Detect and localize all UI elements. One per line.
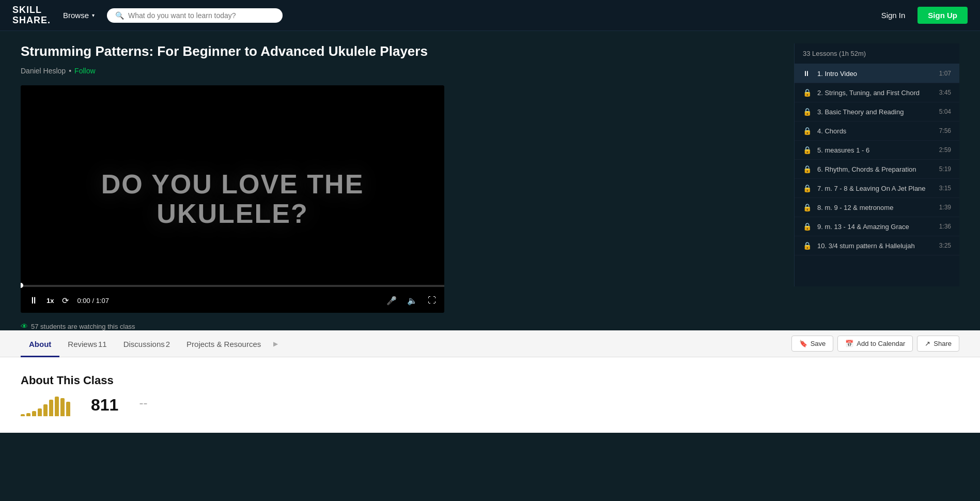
play-pause-button[interactable]: ⏸ <box>27 293 40 308</box>
stat-number: 811 <box>91 396 118 415</box>
tab-label: Discussions <box>123 340 165 348</box>
lesson-title: 7. m. 7 - 8 & Leaving On A Jet Plane <box>817 185 934 192</box>
lesson-duration: 2:59 <box>939 146 951 154</box>
time-display: 0:00 / 1:07 <box>77 297 108 305</box>
instructor-line: Daniel Heslop • Follow <box>21 67 784 75</box>
lesson-item[interactable]: ⏸ 1. Intro Video 1:07 <box>795 64 959 83</box>
course-area: Strumming Patterns: For Beginner to Adva… <box>0 43 980 330</box>
separator: • <box>69 67 71 75</box>
lesson-duration: 3:45 <box>939 89 951 96</box>
watcher-count: 57 students are watching this class <box>31 323 135 330</box>
lesson-title: 5. measures 1 - 6 <box>817 146 934 154</box>
tabs-actions: 🔖 Save 📅 Add to Calendar ↗ Share <box>791 336 959 357</box>
lesson-item[interactable]: 🔒 3. Basic Theory and Reading 5:04 <box>795 102 959 122</box>
chart-bar <box>21 414 25 416</box>
follow-link[interactable]: Follow <box>74 67 95 75</box>
search-input[interactable] <box>128 11 274 20</box>
progress-thumb <box>21 283 23 288</box>
chart-bar <box>43 404 48 416</box>
add-to-calendar-label: Add to Calendar <box>857 340 905 347</box>
lesson-title: 8. m. 9 - 12 & metronome <box>817 204 934 211</box>
video-player: DO YOU LOVE THE UKULELE? ⏸ 1x ⟳ 0:00 <box>21 85 444 313</box>
pause-icon: ⏸ <box>803 69 812 78</box>
tab-reviews[interactable]: Reviews 11 <box>59 330 115 357</box>
tab-badge: 2 <box>166 340 170 348</box>
rewind-button[interactable]: ⟳ <box>60 294 71 308</box>
lesson-item[interactable]: 🔒 5. measures 1 - 6 2:59 <box>795 141 959 160</box>
lesson-item[interactable]: 🔒 9. m. 13 - 14 & Amazing Grace 1:36 <box>795 217 959 236</box>
chart-bar <box>32 411 36 416</box>
stat-dashes: -- <box>139 396 147 410</box>
instructor-name: Daniel Heslop <box>21 67 66 75</box>
lock-icon: 🔒 <box>803 146 812 154</box>
site-logo: SKILL SHARE. <box>12 5 51 26</box>
stats-row: 811 -- <box>21 396 959 416</box>
chart-bar <box>66 402 70 416</box>
lesson-title: 3. Basic Theory and Reading <box>817 108 934 116</box>
course-title: Strumming Patterns: For Beginner to Adva… <box>21 43 784 59</box>
lesson-duration: 1:36 <box>939 223 951 230</box>
lesson-title: 9. m. 13 - 14 & Amazing Grace <box>817 223 934 231</box>
watcher-line: 👁 57 students are watching this class <box>21 322 784 330</box>
tabs-scroll-arrow[interactable]: ▶ <box>269 340 282 347</box>
tab-projects---resources[interactable]: Projects & Resources <box>178 330 269 357</box>
lesson-duration: 7:56 <box>939 127 951 134</box>
browse-button[interactable]: Browse ▾ <box>63 11 95 20</box>
search-icon: 🔍 <box>115 11 124 20</box>
share-button[interactable]: ↗ Share <box>917 336 959 352</box>
chart-bars <box>21 396 70 416</box>
lesson-item[interactable]: 🔒 2. Strings, Tuning, and First Chord 3:… <box>795 83 959 102</box>
save-label: Save <box>811 340 826 347</box>
video-screen[interactable]: DO YOU LOVE THE UKULELE? <box>21 85 444 313</box>
left-column: Strumming Patterns: For Beginner to Adva… <box>21 43 784 330</box>
site-header: SKILL SHARE. Browse ▾ 🔍 Sign In Sign Up <box>0 0 980 31</box>
lesson-duration: 1:39 <box>939 204 951 211</box>
playback-speed-button[interactable]: 1x <box>46 297 54 305</box>
lesson-title: 1. Intro Video <box>817 70 934 78</box>
eye-icon: 👁 <box>21 322 28 330</box>
microphone-button[interactable]: 🎤 <box>384 294 399 308</box>
main-content: Strumming Patterns: For Beginner to Adva… <box>0 31 980 433</box>
share-label: Share <box>934 340 952 347</box>
lesson-item[interactable]: 🔒 7. m. 7 - 8 & Leaving On A Jet Plane 3… <box>795 179 959 198</box>
calendar-icon: 📅 <box>845 340 853 347</box>
lock-icon: 🔒 <box>803 165 812 173</box>
lesson-item[interactable]: 🔒 10. 3/4 stum pattern & Hallelujah 3:25 <box>795 236 959 255</box>
lesson-duration: 5:04 <box>939 108 951 115</box>
add-to-calendar-button[interactable]: 📅 Add to Calendar <box>837 336 913 352</box>
progress-bar-container[interactable] <box>21 285 444 287</box>
lesson-duration: 5:19 <box>939 165 951 173</box>
share-icon: ↗ <box>925 340 930 347</box>
tab-about[interactable]: About <box>21 330 59 357</box>
tab-label: Reviews <box>68 340 97 348</box>
sign-up-button[interactable]: Sign Up <box>917 7 968 24</box>
chart-bar <box>55 397 59 416</box>
video-controls: ⏸ 1x ⟳ 0:00 / 1:07 🎤 🔈 ⛶ <box>21 288 444 313</box>
tabs-row: AboutReviews 11Discussions 2Projects & R… <box>0 330 980 357</box>
tab-discussions[interactable]: Discussions 2 <box>115 330 178 357</box>
video-overlay-text: DO YOU LOVE THE UKULELE? <box>101 170 364 229</box>
tab-label: About <box>29 340 51 348</box>
volume-button[interactable]: 🔈 <box>405 294 419 308</box>
chart-bar <box>49 400 53 416</box>
lesson-item[interactable]: 🔒 8. m. 9 - 12 & metronome 1:39 <box>795 198 959 217</box>
bookmark-icon: 🔖 <box>799 340 807 347</box>
lock-icon: 🔒 <box>803 108 812 116</box>
lesson-item[interactable]: 🔒 4. Chords 7:56 <box>795 122 959 141</box>
lesson-duration: 1:07 <box>939 70 951 77</box>
lessons-list: ⏸ 1. Intro Video 1:07 🔒 2. Strings, Tuni… <box>795 64 959 286</box>
sign-in-button[interactable]: Sign In <box>881 11 906 20</box>
chart-bar <box>38 408 42 416</box>
lesson-title: 2. Strings, Tuning, and First Chord <box>817 89 934 97</box>
lesson-item[interactable]: 🔒 6. Rhythm, Chords & Preparation 5:19 <box>795 160 959 179</box>
lesson-title: 10. 3/4 stum pattern & Hallelujah <box>817 242 934 250</box>
lesson-duration: 3:15 <box>939 185 951 192</box>
lesson-title: 6. Rhythm, Chords & Preparation <box>817 165 934 173</box>
lock-icon: 🔒 <box>803 184 812 192</box>
fullscreen-button[interactable]: ⛶ <box>426 294 438 307</box>
save-button[interactable]: 🔖 Save <box>791 336 834 352</box>
chevron-down-icon: ▾ <box>92 12 95 18</box>
lock-icon: 🔒 <box>803 241 812 250</box>
lessons-header: 33 Lessons (1h 52m) <box>795 43 959 64</box>
search-bar: 🔍 <box>107 8 283 23</box>
